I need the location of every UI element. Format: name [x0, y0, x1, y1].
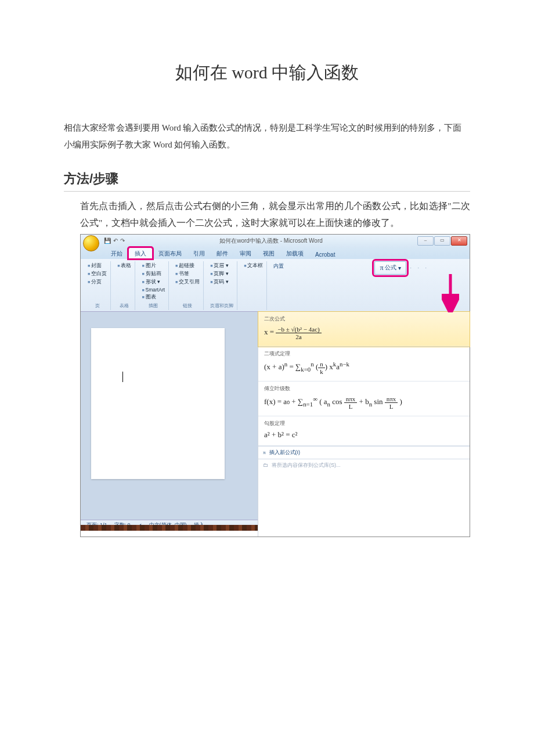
btn-page-number[interactable]: 页码 ▾ [210, 279, 233, 286]
qat-undo-icon[interactable]: ↶ [113, 237, 118, 244]
btn-page-break[interactable]: 分页 [88, 279, 107, 286]
gallery-save-selection-label: 将所选内容保存到公式库(S)... [272, 462, 341, 469]
ribbon-more-icon: · · · [410, 265, 429, 271]
tab-acrobat[interactable]: Acrobat [309, 250, 341, 259]
gallery-item-label: 二项式定理 [264, 350, 464, 358]
word-screenshot: 💾 ↶ ↷ 如何在word中输入函数 - Microsoft Word – ▭ … [80, 234, 470, 537]
btn-shapes[interactable]: 形状 ▾ [142, 279, 165, 286]
tab-review[interactable]: 审阅 [234, 248, 257, 259]
pi-icon: π [263, 449, 266, 455]
gallery-item-label: 傅立叶级数 [264, 385, 464, 393]
titlebar: 💾 ↶ ↷ 如何在word中输入函数 - Microsoft Word – ▭ … [81, 235, 470, 247]
text-cursor [122, 372, 123, 382]
tab-addins[interactable]: 加载项 [280, 248, 309, 259]
office-button[interactable] [83, 235, 99, 251]
tab-references[interactable]: 引用 [187, 248, 211, 259]
gallery-item-formula: f(x) = a₀ + ∑n=1∞ ( an cos nπxL + bn sin… [264, 394, 464, 411]
gallery-insert-new-label: 插入新公式(I) [269, 449, 301, 456]
document-area[interactable] [81, 312, 258, 520]
qat-save-icon[interactable]: 💾 [104, 237, 111, 244]
watermark: Baidu 经验 [431, 512, 464, 521]
btn-cross-ref[interactable]: 交叉引用 [175, 279, 200, 286]
btn-hyperlink[interactable]: 超链接 [175, 262, 200, 269]
step-1-text: 首先点击插入，然后点击公式右侧的小三角，就会显示出常用的几个函数公式，比如选择"… [80, 197, 470, 232]
document-page [91, 328, 225, 479]
btn-clipart[interactable]: 剪贴画 [142, 271, 165, 278]
btn-textbox[interactable]: 文本框 [244, 262, 263, 269]
close-button[interactable]: ✕ [451, 236, 467, 246]
chevron-down-icon: ▾ [398, 265, 401, 271]
gallery-item-formula: x = −b ± √(b² − 4ac)2a [264, 325, 464, 341]
page-title: 如何在 word 中输入函数 [64, 61, 470, 85]
gallery-insert-new[interactable]: π 插入新公式(I) [258, 446, 470, 459]
group-illustrations: 图片 剪贴画 形状 ▾ SmartArt 图表 插图 [138, 261, 169, 310]
group-pages: 封面 空白页 分页 页 [84, 261, 111, 310]
group-illustrations-label: 插图 [142, 303, 165, 309]
gallery-item-label: 勾股定理 [264, 420, 464, 427]
desktop-strip [81, 525, 258, 531]
btn-blank-page[interactable]: 空白页 [88, 271, 107, 278]
equation-button[interactable]: π 公式 ▾ [374, 261, 406, 275]
gallery-item-label: 二次公式 [264, 315, 464, 323]
tab-home[interactable]: 开始 [105, 248, 128, 259]
tab-page-layout[interactable]: 页面布局 [153, 248, 187, 259]
ribbon: 封面 空白页 分页 页 表格 表格 图片 剪贴画 形状 ▾ SmartArt 图… [81, 259, 470, 312]
section-heading: 方法/步骤 [64, 170, 470, 192]
group-header-footer-label: 页眉和页脚 [210, 303, 233, 309]
equation-gallery: 二次公式x = −b ± √(b² − 4ac)2a二项式定理(x + a)n … [258, 312, 470, 537]
tab-insert[interactable]: 插入 [128, 247, 153, 259]
gallery-builtin-label: 内置 [273, 262, 284, 270]
maximize-button[interactable]: ▭ [434, 236, 450, 246]
group-header-footer: 页眉 ▾ 页脚 ▾ 页码 ▾ 页眉和页脚 [207, 261, 237, 310]
gallery-item-1[interactable]: 二项式定理(x + a)n = ∑k=0n (nk) xkan−k [258, 347, 470, 381]
btn-smartart[interactable]: SmartArt [142, 287, 165, 293]
gallery-save-selection: 🗀 将所选内容保存到公式库(S)... [258, 459, 470, 471]
btn-header[interactable]: 页眉 ▾ [210, 262, 233, 269]
btn-cover-page[interactable]: 封面 [88, 262, 107, 269]
minimize-button[interactable]: – [417, 236, 434, 246]
btn-bookmark[interactable]: 书签 [175, 271, 200, 278]
group-tables-label: 表格 [117, 303, 131, 309]
btn-picture[interactable]: 图片 [142, 262, 165, 269]
tab-view[interactable]: 视图 [257, 248, 280, 259]
ribbon-tabs: 开始 插入 页面布局 引用 邮件 审阅 视图 加载项 Acrobat [81, 247, 470, 259]
btn-footer[interactable]: 页脚 ▾ [210, 271, 233, 278]
gallery-item-3[interactable]: 勾股定理a² + b² = c² [258, 416, 470, 446]
group-text: 文本框 [240, 261, 267, 310]
qat-redo-icon[interactable]: ↷ [120, 237, 125, 244]
pi-icon: π [380, 264, 383, 272]
group-links-label: 链接 [175, 303, 200, 309]
intro-paragraph: 相信大家经常会遇到要用 Word 输入函数公式的情况，特别是工科学生写论文的时候… [64, 120, 470, 153]
btn-chart[interactable]: 图表 [142, 294, 165, 301]
save-icon: 🗀 [263, 462, 268, 468]
group-tables: 表格 表格 [114, 261, 135, 310]
tab-mailings[interactable]: 邮件 [211, 248, 234, 259]
gallery-item-formula: a² + b² = c² [264, 429, 464, 441]
group-links: 超链接 书签 交叉引用 链接 [172, 261, 204, 310]
window-title: 如何在word中输入函数 - Microsoft Word [219, 237, 323, 245]
gallery-item-2[interactable]: 傅立叶级数f(x) = a₀ + ∑n=1∞ ( an cos nπxL + b… [258, 381, 470, 416]
btn-table[interactable]: 表格 [117, 262, 131, 269]
gallery-item-0[interactable]: 二次公式x = −b ± √(b² − 4ac)2a [258, 312, 470, 347]
equation-button-label: 公式 [385, 264, 396, 272]
group-pages-label: 页 [88, 303, 107, 309]
gallery-item-formula: (x + a)n = ∑k=0n (nk) xkan−k [264, 359, 464, 376]
